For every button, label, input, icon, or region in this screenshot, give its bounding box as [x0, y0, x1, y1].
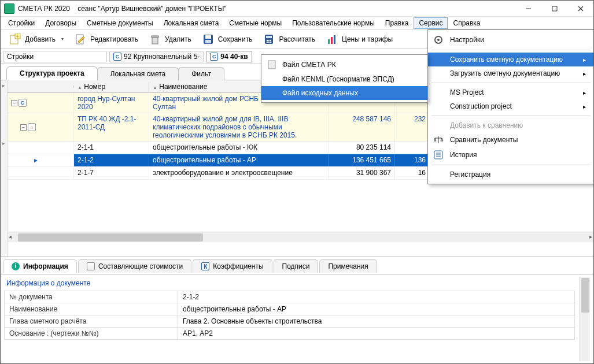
menu-dogovory[interactable]: Договоры — [40, 17, 82, 29]
doc-c-icon: C — [19, 99, 27, 107]
breadcrumb-root[interactable]: Стройки — [3, 51, 107, 62]
cell-v1: 31 900 367 — [329, 167, 395, 179]
submenu-smeta-label: Файл СМЕТА РК — [282, 61, 336, 69]
menu-save-doc-label: Сохранить сметную документацию — [450, 55, 563, 64]
menu-pravka[interactable]: Правка — [380, 17, 414, 29]
k-icon: К — [201, 262, 209, 270]
col-number[interactable]: ▲ Номер — [74, 81, 149, 92]
tab-filter[interactable]: Фильт — [178, 67, 224, 80]
cell-number: 2-1-1 — [74, 142, 149, 154]
menu-norms[interactable]: Сметные нормы — [224, 17, 287, 29]
menu-construction[interactable]: Construction project ▸ — [428, 99, 594, 113]
app-icon — [4, 3, 14, 14]
submenu-kenml-label: Файл KENML (Госнорматив ЭПСД) — [282, 75, 394, 83]
menu-msproject-label: MS Project — [450, 88, 484, 96]
cell-v1: 248 587 146 — [329, 113, 395, 141]
svg-rect-24 — [334, 35, 335, 44]
svg-rect-23 — [331, 37, 333, 44]
menu-service[interactable]: Сервис — [414, 17, 448, 29]
calc-button[interactable]: Рассчитать — [258, 31, 320, 47]
submenu-smeta[interactable]: Файл СМЕТА РК — [261, 57, 427, 72]
prices-button[interactable]: Цены и тарифы — [321, 31, 397, 47]
info-key: Основание : (чертежи №№) — [5, 328, 178, 339]
info-key: № документа — [5, 291, 178, 303]
btab-info[interactable]: i Информация — [3, 259, 77, 273]
btab-notes-label: Примечания — [328, 262, 368, 270]
svg-rect-10 — [152, 36, 158, 38]
edit-icon — [74, 33, 87, 46]
submenu-source[interactable]: Файл исходных данных — [261, 86, 427, 100]
svg-rect-22 — [328, 39, 330, 44]
chart-icon — [326, 33, 338, 46]
collapse-icon[interactable]: − — [20, 124, 27, 131]
calculator-icon — [263, 33, 275, 46]
delete-button[interactable]: Удалить — [144, 31, 196, 47]
svg-rect-9 — [152, 37, 158, 44]
btab-components[interactable]: Составляющие стоимости — [78, 259, 191, 273]
tab-structure[interactable]: Структура проекта — [6, 66, 98, 80]
chevron-down-icon: ▾ — [61, 36, 64, 42]
menu-add-compare-label: Добавить к сравнению — [450, 121, 523, 129]
menu-smet-doc[interactable]: Сметные документы — [82, 17, 158, 29]
home-icon: ⌂ — [28, 123, 36, 131]
menu-compare[interactable]: Сравнить документы — [428, 132, 594, 147]
add-button[interactable]: Добавить ▾ — [4, 31, 68, 47]
menu-add-compare: Добавить к сравнению — [428, 118, 594, 132]
save-button[interactable]: Сохранить — [197, 31, 257, 47]
menu-load-doc[interactable]: Загрузить сметную документацию ▸ — [428, 66, 594, 80]
bottom-tabs: i Информация Составляющие стоимости К Ко… — [1, 257, 593, 274]
btab-signs[interactable]: Подписи — [274, 259, 319, 273]
menu-history-label: История — [450, 151, 477, 159]
calc-label: Рассчитать — [279, 35, 315, 43]
info-row: Основание : (чертежи №№) АР1, АР2 — [4, 327, 575, 340]
cell-name: общестроительные работы - КЖ — [149, 142, 329, 154]
cell-v1: 80 235 114 — [329, 142, 395, 154]
horizontal-scrollbar[interactable]: ◂ ▸ — [8, 232, 593, 242]
doc-tab-94[interactable]: C 94 40-кв — [206, 51, 252, 62]
menu-local[interactable]: Локальная смета — [158, 17, 224, 29]
minimize-button[interactable] — [515, 1, 541, 17]
edit-button[interactable]: Редактировать — [69, 31, 143, 47]
menu-stroyki[interactable]: Стройки — [3, 17, 40, 29]
menu-settings-label: Настройки — [450, 36, 484, 44]
menu-register-label: Регистрация — [450, 170, 490, 179]
save-icon — [202, 33, 215, 46]
col-tree[interactable] — [8, 86, 74, 88]
doc-tab-92[interactable]: C 92 Крупнопанельный 5- — [109, 51, 204, 62]
menu-msproject[interactable]: MS Project ▸ — [428, 86, 594, 99]
prices-label: Цены и тарифы — [342, 35, 393, 43]
svg-rect-12 — [205, 35, 211, 39]
doc-c-icon: C — [113, 53, 121, 61]
btab-notes[interactable]: Примечания — [319, 259, 377, 273]
collapse-icon[interactable]: − — [11, 100, 17, 106]
menu-user-norms[interactable]: Пользовательские нормы — [287, 17, 380, 29]
svg-rect-15 — [266, 36, 272, 38]
breadcrumb-root-label: Стройки — [7, 53, 34, 61]
btab-info-label: Информация — [23, 262, 68, 270]
add-label: Добавить — [25, 35, 56, 43]
tab-local-est[interactable]: Локальная смета — [97, 67, 179, 80]
menu-register[interactable]: Регистрация — [428, 168, 594, 181]
svg-point-18 — [270, 39, 271, 40]
table-icon — [87, 262, 95, 270]
vertical-scrollbar[interactable] — [580, 277, 590, 361]
list-icon — [433, 150, 444, 159]
chevron-right-icon: ▸ — [583, 103, 586, 110]
delete-label: Удалить — [165, 35, 191, 43]
menu-history[interactable]: История — [428, 147, 594, 162]
maximize-button[interactable] — [541, 1, 567, 17]
gear-icon — [433, 35, 444, 44]
menu-save-doc[interactable]: Сохранить сметную документацию ▸ — [428, 53, 594, 66]
menu-settings[interactable]: Настройки — [428, 32, 594, 47]
cell-name: электрооборудование и электроосвещение — [149, 167, 329, 179]
left-splitter[interactable]: ▸ ▸ — [1, 80, 8, 257]
chevron-right-icon: ▸ — [583, 90, 586, 96]
close-button[interactable] — [567, 1, 593, 17]
menu-construction-label: Construction project — [450, 102, 512, 110]
svg-rect-33 — [268, 61, 275, 69]
cell-number: ТП РК 40 ЖД -2.1-2011-СД — [74, 113, 149, 141]
submenu-kenml[interactable]: Файл KENML (Госнорматив ЭПСД) — [261, 72, 427, 86]
submenu-source-label: Файл исходных данных — [282, 89, 358, 97]
btab-coeff[interactable]: К Коэффициенты — [193, 259, 272, 273]
menu-help[interactable]: Справка — [448, 17, 485, 29]
